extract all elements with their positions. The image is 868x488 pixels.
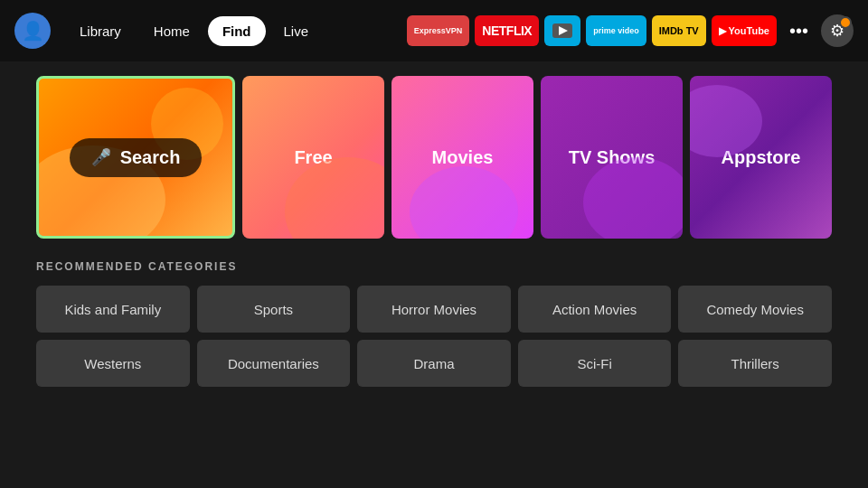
recommended-section: RECOMMENDED CATEGORIES Kids and Family S… <box>36 260 832 387</box>
prime-video-icon[interactable]: prime video <box>586 15 646 46</box>
avatar[interactable]: 👤 <box>14 13 51 49</box>
category-sports[interactable]: Sports <box>197 286 351 333</box>
netflix-icon[interactable]: NETFLIX <box>475 15 539 46</box>
category-thrillers[interactable]: Thrillers <box>678 340 832 387</box>
nav-home[interactable]: Home <box>139 16 204 46</box>
nav-library[interactable]: Library <box>65 16 136 46</box>
category-documentaries[interactable]: Documentaries <box>197 340 351 387</box>
search-tile[interactable]: 🎤 Search <box>36 76 235 239</box>
nav-live[interactable]: Live <box>269 16 324 46</box>
movies-label: Movies <box>432 147 494 168</box>
category-kids-family[interactable]: Kids and Family <box>36 286 190 333</box>
tvshows-tile[interactable]: TV Shows <box>541 76 683 239</box>
category-sci-fi[interactable]: Sci-Fi <box>518 340 672 387</box>
category-drama[interactable]: Drama <box>357 340 511 387</box>
youtube-icon[interactable]: ▶ YouTube <box>712 15 777 46</box>
expressvpn-icon[interactable]: ExpressVPN <box>407 15 470 46</box>
microphone-icon: 🎤 <box>91 147 111 167</box>
more-button[interactable]: ••• <box>782 17 816 45</box>
category-comedy-movies[interactable]: Comedy Movies <box>678 286 832 333</box>
gear-icon: ⚙ <box>830 21 844 41</box>
freevee-icon[interactable] <box>544 15 580 46</box>
main-content: 🎤 Search Free Movies TV Shows Appstore R… <box>0 61 868 401</box>
category-westerns[interactable]: Westerns <box>36 340 190 387</box>
search-button[interactable]: 🎤 Search <box>70 138 203 177</box>
category-action-movies[interactable]: Action Movies <box>518 286 672 333</box>
tiles-row: 🎤 Search Free Movies TV Shows Appstore <box>36 76 832 239</box>
nav-bar: Library Home Find Live <box>65 16 323 46</box>
categories-row-1: Kids and Family Sports Horror Movies Act… <box>36 286 832 333</box>
header: 👤 Library Home Find Live ExpressVPN NETF… <box>0 0 868 61</box>
categories-grid: Kids and Family Sports Horror Movies Act… <box>36 286 832 387</box>
search-label: Search <box>120 147 181 168</box>
movies-tile[interactable]: Movies <box>392 76 533 239</box>
app-icons-bar: ExpressVPN NETFLIX prime video IMDb TV ▶… <box>407 14 854 47</box>
appstore-tile[interactable]: Appstore <box>690 76 832 239</box>
imdb-icon[interactable]: IMDb TV <box>652 15 706 46</box>
categories-row-2: Westerns Documentaries Drama Sci-Fi Thri… <box>36 340 832 387</box>
tvshows-label: TV Shows <box>569 147 656 168</box>
avatar-icon: 👤 <box>22 20 44 42</box>
free-label: Free <box>294 147 332 168</box>
category-horror-movies[interactable]: Horror Movies <box>357 286 511 333</box>
section-title: RECOMMENDED CATEGORIES <box>36 260 832 273</box>
nav-find[interactable]: Find <box>208 16 266 46</box>
settings-button[interactable]: ⚙ <box>821 14 854 47</box>
free-tile[interactable]: Free <box>242 76 384 239</box>
appstore-label: Appstore <box>722 147 801 168</box>
